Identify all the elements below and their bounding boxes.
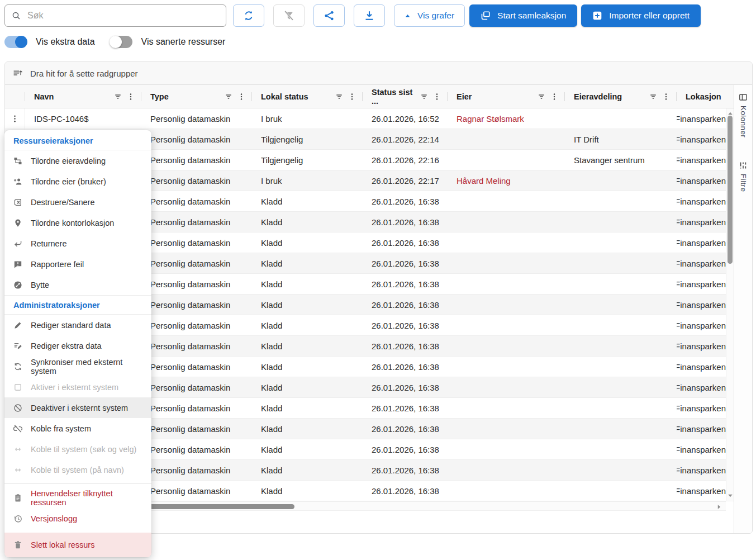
cell-eier[interactable] xyxy=(448,295,565,315)
cell-eier[interactable] xyxy=(448,191,565,211)
header-cell-type[interactable]: Type xyxy=(141,85,252,108)
column-label: Lokasjon xyxy=(686,92,721,101)
cell-eier[interactable] xyxy=(448,253,565,273)
cell-type: Personlig datamaskin xyxy=(141,191,252,211)
menu-item[interactable]: Rediger ekstra data xyxy=(4,335,151,356)
cell-eier[interactable]: Håvard Meling xyxy=(448,170,565,191)
menu-item[interactable]: Rediger standard data xyxy=(4,315,151,335)
scroll-down-icon[interactable] xyxy=(727,492,734,499)
cell-lokal-status: Kladd xyxy=(252,419,363,439)
column-label: Eier xyxy=(457,92,472,101)
row-menu-icon[interactable] xyxy=(11,115,19,123)
menu-item-label: Aktiver i eksternt system xyxy=(31,383,118,392)
column-menu-icon[interactable] xyxy=(550,93,558,101)
menu-item[interactable]: Tilordne eieravdeling xyxy=(4,150,151,171)
vis-grafer-button[interactable]: Vis grafer xyxy=(394,4,465,27)
cell-type: Personlig datamaskin xyxy=(141,108,252,129)
cell-eieravdeling: IT Drift xyxy=(565,129,677,149)
importer-opprett-button[interactable]: Importer eller opprett xyxy=(581,4,701,27)
header-cell-status-sist[interactable]: Status sist ... xyxy=(363,85,448,108)
block-icon xyxy=(13,404,22,412)
cell-eieravdeling xyxy=(565,191,677,211)
header-cell-eier[interactable]: Eier xyxy=(448,85,565,108)
filter-funnel-icon[interactable] xyxy=(114,93,122,101)
column-menu-icon[interactable] xyxy=(127,93,135,101)
vis-ekstra-data-toggle[interactable] xyxy=(4,36,27,48)
return-arrow-icon xyxy=(13,239,22,248)
cell-eier[interactable] xyxy=(448,357,565,377)
menu-item-label: Versjonslogg xyxy=(31,514,77,523)
cell-status-sist: 26.01.2026, 16:52 xyxy=(363,108,448,129)
cell-lokal-status: Kladd xyxy=(252,377,363,397)
cell-eier[interactable] xyxy=(448,398,565,418)
share-button[interactable] xyxy=(313,4,345,27)
cell-type: Personlig datamaskin xyxy=(141,377,252,397)
cell-eier[interactable] xyxy=(448,377,565,397)
column-menu-icon[interactable] xyxy=(237,93,245,101)
table-row[interactable]: IDS-PC-1046$ Personlig datamaskin I bruk… xyxy=(5,108,734,129)
refresh-button[interactable] xyxy=(233,4,264,27)
column-menu-icon[interactable] xyxy=(662,93,670,101)
cell-eier[interactable] xyxy=(448,336,565,356)
menu-item[interactable]: Versjonslogg xyxy=(4,508,151,529)
header-cell-lokal-status[interactable]: Lokal status xyxy=(252,85,363,108)
header-cell-navn[interactable]: Navn xyxy=(25,85,141,108)
cell-lokasjon: Finansparken xyxy=(677,253,734,273)
filter-funnel-icon[interactable] xyxy=(649,93,657,101)
download-button[interactable] xyxy=(354,4,385,27)
vis-sanerte-ressurser-toggle[interactable] xyxy=(110,36,132,48)
menu-item[interactable]: Rapportere feil xyxy=(4,254,151,274)
header-cell-eieravdeling[interactable]: Eieravdeling xyxy=(565,85,677,108)
cell-status-sist: 26.01.2026, 16:38 xyxy=(363,377,448,397)
filter-funnel-icon[interactable] xyxy=(335,93,343,101)
tab-kolonner[interactable]: Kolonner xyxy=(739,93,748,137)
cell-type: Personlig datamaskin xyxy=(141,336,252,356)
cell-eier[interactable] xyxy=(448,150,565,170)
filter-funnel-icon[interactable] xyxy=(538,93,545,101)
menu-item[interactable]: Koble fra system xyxy=(4,418,151,439)
vscroll-thumb[interactable] xyxy=(728,116,733,264)
cell-lokal-status: I bruk xyxy=(252,170,363,191)
cell-eier[interactable] xyxy=(448,212,565,232)
cell-eier[interactable] xyxy=(448,232,565,253)
search-box[interactable] xyxy=(4,4,226,27)
toggle-knob xyxy=(15,36,27,48)
menu-item[interactable]: Returnere xyxy=(4,233,151,254)
row-group-dropzone[interactable]: Dra hit for å sette radgrupper xyxy=(5,62,752,85)
menu-item-label: Tilordne eieravdeling xyxy=(31,156,106,165)
menu-divider xyxy=(4,483,151,484)
cell-eier[interactable] xyxy=(448,481,565,501)
filter-funnel-icon[interactable] xyxy=(225,93,232,101)
menu-item[interactable]: Destruere/Sanere xyxy=(4,192,151,212)
filter-funnel-icon[interactable] xyxy=(420,93,428,101)
cell-eier[interactable]: Ragnar Stølsmark xyxy=(448,108,565,129)
cell-eier[interactable] xyxy=(448,439,565,459)
column-menu-icon[interactable] xyxy=(348,93,356,101)
start-samleaksjon-button[interactable]: Start samleaksjon xyxy=(469,4,577,27)
row-actions-cell[interactable] xyxy=(5,108,25,129)
list-edit-icon xyxy=(13,341,22,350)
menu-item[interactable]: Tilordne kontorlokasjon xyxy=(4,212,151,233)
menu-item[interactable]: Henvendelser tilknyttet ressursen xyxy=(4,487,151,508)
vertical-scrollbar[interactable] xyxy=(726,108,734,501)
cell-eier[interactable] xyxy=(448,419,565,439)
cell-eier[interactable] xyxy=(448,460,565,480)
cell-lokal-status: Kladd xyxy=(252,191,363,211)
column-label: Status sist ... xyxy=(372,88,416,106)
column-menu-icon[interactable] xyxy=(433,93,441,101)
cell-type: Personlig datamaskin xyxy=(141,150,252,170)
cell-eier[interactable] xyxy=(448,315,565,335)
menu-item-label: Rediger standard data xyxy=(31,321,111,330)
cell-eier[interactable] xyxy=(448,129,565,149)
cell-status-sist: 26.01.2026, 16:38 xyxy=(363,295,448,315)
search-input[interactable] xyxy=(26,10,219,21)
cell-eier[interactable] xyxy=(448,274,565,294)
menu-item[interactable]: Bytte xyxy=(4,274,151,295)
menu-item[interactable]: Synkroniser med eksternt system xyxy=(4,356,151,377)
menu-item[interactable]: Slett lokal ressurs xyxy=(4,533,151,557)
menu-item[interactable]: Deaktiver i eksternt system xyxy=(4,397,151,418)
menu-item[interactable]: Tilordne eier (bruker) xyxy=(4,171,151,192)
scroll-right-icon[interactable] xyxy=(716,504,722,510)
tab-filtre[interactable]: Filtre xyxy=(739,161,748,192)
header-cell-lokasjon[interactable]: Lokasjon xyxy=(677,85,734,108)
